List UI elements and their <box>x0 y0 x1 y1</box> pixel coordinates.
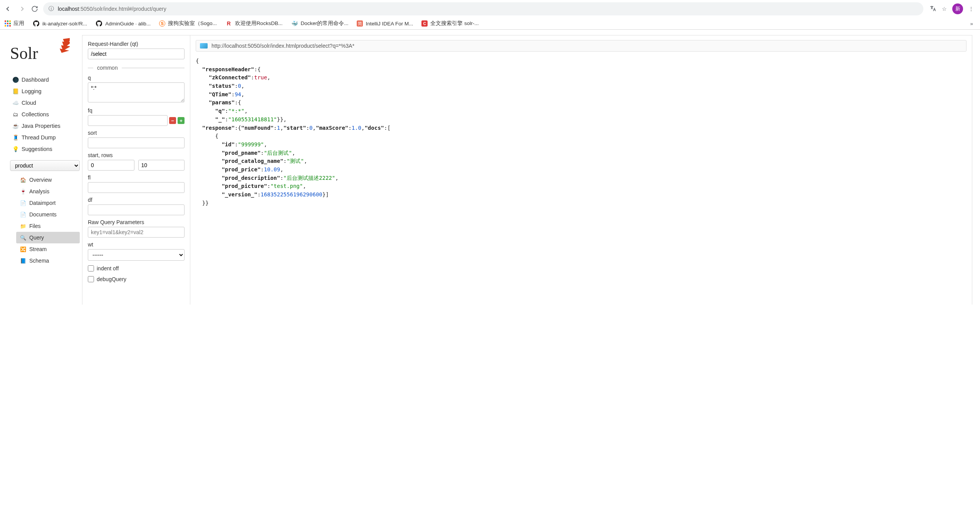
nav-icon: ☁️ <box>12 100 18 106</box>
reload-button[interactable] <box>30 4 39 13</box>
bookmark-apps[interactable]: 应用 <box>5 20 24 27</box>
bookmark-item[interactable]: S 搜狗实验室（Sogo... <box>159 20 217 27</box>
debugquery-checkbox[interactable] <box>88 276 94 282</box>
solr-logo[interactable]: Solr <box>8 35 82 74</box>
subnav-icon: 📄 <box>20 200 26 206</box>
svg-text:Solr: Solr <box>10 44 38 62</box>
q-label: q <box>88 75 185 81</box>
rows-input[interactable] <box>138 160 185 171</box>
translate-icon[interactable] <box>930 5 936 13</box>
indent-checkbox[interactable] <box>88 265 94 271</box>
nav-item-thread-dump[interactable]: 🧵Thread Dump <box>8 132 82 143</box>
jianshu-icon: 简 <box>357 20 363 27</box>
subnav-item-query[interactable]: 🔍Query <box>16 232 80 243</box>
subnav-icon: 🍷 <box>20 188 26 194</box>
df-label: df <box>88 197 185 203</box>
nav-icon: 🧵 <box>12 134 18 141</box>
browser-toolbar: ⓘ localhost:5050/solr/index.html#/produc… <box>0 0 980 18</box>
bookmark-item[interactable]: ik-analyzer-solr/R... <box>33 20 87 27</box>
sogou-icon: S <box>159 20 165 27</box>
rocksdb-icon: R <box>225 20 232 27</box>
df-input[interactable] <box>88 204 185 215</box>
sidebar: Solr 🌑Dashboard📒Logging☁️Cloud🗂Collectio… <box>8 35 82 305</box>
fq-input[interactable] <box>88 115 168 126</box>
debugquery-label: debugQuery <box>97 276 126 282</box>
subnav-icon: 📘 <box>20 258 26 264</box>
kebab-menu-icon[interactable]: ⋮ <box>968 6 974 12</box>
fl-label: fl <box>88 174 185 181</box>
subnav-icon: 🔀 <box>20 246 26 252</box>
results-panel: http://localhost:5050/solr/index.htmlpro… <box>190 35 972 305</box>
raw-input[interactable] <box>88 227 185 238</box>
nav-item-logging[interactable]: 📒Logging <box>8 85 82 97</box>
nav-item-suggestions[interactable]: 💡Suggestions <box>8 143 82 155</box>
browser-chrome: ⓘ localhost:5050/solr/index.html#/produc… <box>0 0 980 30</box>
raw-label: Raw Query Parameters <box>88 219 185 225</box>
nav-item-dashboard[interactable]: 🌑Dashboard <box>8 74 82 85</box>
bookmark-item[interactable]: C 全文搜索引擎 solr-... <box>421 20 478 27</box>
profile-avatar[interactable]: 新 <box>952 3 963 14</box>
nav-icon: 🗂 <box>12 111 18 117</box>
subnav-item-analysis[interactable]: 🍷Analysis <box>16 186 80 197</box>
fl-input[interactable] <box>88 182 185 193</box>
q-input[interactable] <box>88 82 185 102</box>
indent-label: indent off <box>97 265 119 271</box>
subnav-item-documents[interactable]: 📄Documents <box>16 209 80 220</box>
forward-button[interactable] <box>17 4 26 13</box>
nav-item-collections[interactable]: 🗂Collections <box>8 109 82 120</box>
nav-icon: 💡 <box>12 146 18 152</box>
fq-remove-button[interactable]: − <box>169 117 176 124</box>
link-icon <box>200 43 208 49</box>
nav-item-cloud[interactable]: ☁️Cloud <box>8 97 82 109</box>
qt-label: Request-Handler (qt) <box>88 41 185 47</box>
subnav-icon: 📄 <box>20 211 26 218</box>
sort-input[interactable] <box>88 137 185 148</box>
main-nav: 🌑Dashboard📒Logging☁️Cloud🗂Collections☕Ja… <box>8 74 82 155</box>
url-text: localhost:5050/solr/index.html#/product/… <box>58 6 166 12</box>
bookmark-item[interactable]: 🐳 Docker的常用命令... <box>291 20 348 27</box>
core-subnav: 🏠Overview🍷Analysis📄Dataimport📄Documents📁… <box>8 174 82 266</box>
back-button[interactable] <box>4 4 13 13</box>
fq-add-button[interactable]: + <box>178 117 185 124</box>
github-icon <box>96 20 102 27</box>
docker-icon: 🐳 <box>291 20 298 27</box>
github-icon <box>33 20 40 27</box>
apps-grid-icon <box>5 20 11 27</box>
address-bar[interactable]: ⓘ localhost:5050/solr/index.html#/produc… <box>43 2 923 15</box>
bookmark-item[interactable]: R 欢迎使用RocksDB... <box>225 20 283 27</box>
bookmarks-overflow-icon[interactable]: » <box>970 21 975 27</box>
fq-label: fq <box>88 107 185 114</box>
start-input[interactable] <box>88 160 134 171</box>
query-form: Request-Handler (qt) common q fq − + sor… <box>82 35 190 305</box>
subnav-icon: 📁 <box>20 223 26 229</box>
subnav-item-dataimport[interactable]: 📄Dataimport <box>16 197 80 209</box>
sort-label: sort <box>88 130 185 136</box>
toolbar-right: ☆ 新 ⋮ <box>927 3 976 14</box>
bookmark-item[interactable]: AdminGuide · alib... <box>96 20 151 27</box>
bookmark-item[interactable]: 简 IntelliJ IDEA For M... <box>357 20 413 27</box>
bookmark-star-icon[interactable]: ☆ <box>942 6 947 12</box>
bookmarks-bar: 应用 ik-analyzer-solr/R... AdminGuide · al… <box>0 18 980 29</box>
subnav-item-overview[interactable]: 🏠Overview <box>16 174 80 186</box>
subnav-item-schema[interactable]: 📘Schema <box>16 255 80 266</box>
nav-icon: ☕ <box>12 123 18 129</box>
common-fieldset-label: common <box>88 65 185 71</box>
wt-select[interactable]: ------ <box>88 249 185 261</box>
nav-icon: 🌑 <box>12 77 18 83</box>
core-selector[interactable]: product <box>10 160 80 171</box>
subnav-icon: 🏠 <box>20 177 26 183</box>
site-info-icon[interactable]: ⓘ <box>49 5 54 12</box>
subnav-item-files[interactable]: 📁Files <box>16 220 80 232</box>
wt-label: wt <box>88 241 185 248</box>
nav-item-java-properties[interactable]: ☕Java Properties <box>8 120 82 132</box>
qt-input[interactable] <box>88 49 185 59</box>
subnav-item-stream[interactable]: 🔀Stream <box>16 243 80 255</box>
nav-icon: 📒 <box>12 88 18 94</box>
main-content: Request-Handler (qt) common q fq − + sor… <box>82 35 972 305</box>
core-select-dropdown[interactable]: product <box>10 160 80 171</box>
query-url-text: http://localhost:5050/solr/index.htmlpro… <box>211 43 354 49</box>
startrows-label: start, rows <box>88 152 185 158</box>
query-url-box[interactable]: http://localhost:5050/solr/index.htmlpro… <box>196 40 967 52</box>
subnav-icon: 🔍 <box>20 235 26 241</box>
csdn-icon: C <box>421 20 428 27</box>
